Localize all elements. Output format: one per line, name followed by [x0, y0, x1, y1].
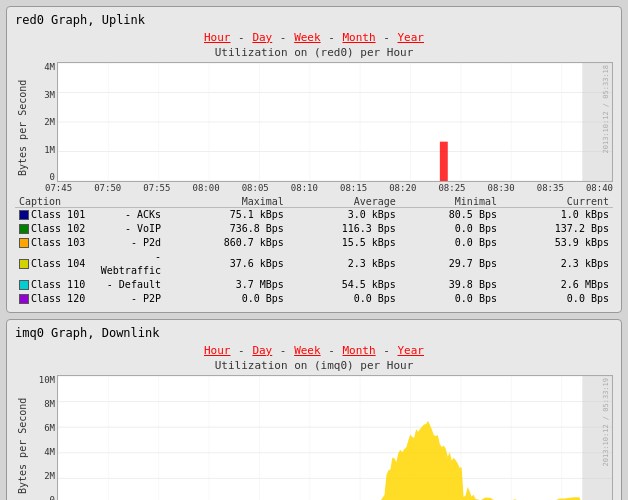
x-tick: 07:45: [45, 183, 72, 193]
y-tick-labels: 4M3M2M1M0: [29, 62, 57, 182]
svg-rect-38: [582, 376, 612, 500]
nav-link-month[interactable]: Month: [343, 31, 376, 44]
x-axis-labels: 07:4507:5007:5508:0008:0508:1008:1508:20…: [29, 183, 613, 193]
nav-link-day[interactable]: Day: [252, 31, 272, 44]
nav-separator: -: [273, 344, 293, 357]
legend-average: 116.3 Bps: [288, 222, 400, 236]
legend-row: Class 120- P2P0.0 Bps0.0 Bps0.0 Bps0.0 B…: [15, 292, 613, 306]
nav-separator: -: [322, 31, 342, 44]
x-tick: 07:50: [94, 183, 121, 193]
x-tick: 08:40: [586, 183, 613, 193]
graph-wrap: 4M3M2M1M02013:10:12 / 05:33:1807:4507:50…: [29, 62, 613, 193]
nav-link-day[interactable]: Day: [252, 344, 272, 357]
legend-current: 1.0 kBps: [501, 208, 613, 223]
legend-name: - ACKs: [95, 208, 165, 223]
legend-minimal: 0.0 Bps: [400, 222, 501, 236]
legend-caption: Class 101: [15, 208, 95, 223]
y-tick: 0: [29, 495, 55, 500]
legend-name: - Default: [95, 278, 165, 292]
legend-minimal: 0.0 Bps: [400, 236, 501, 250]
x-tick: 07:55: [143, 183, 170, 193]
legend-maximal: 3.7 MBps: [165, 278, 288, 292]
legend-color-box: [19, 210, 29, 220]
legend-maximal: 0.0 Bps: [165, 292, 288, 306]
x-tick: 08:30: [488, 183, 515, 193]
nav-links: Hour - Day - Week - Month - Year: [15, 31, 613, 44]
legend-name: - P2P: [95, 292, 165, 306]
legend-caption: Class 102: [15, 222, 95, 236]
legend-average: 0.0 Bps: [288, 292, 400, 306]
graph-subtitle: Utilization on (red0) per Hour: [15, 46, 613, 59]
x-tick: 08:10: [291, 183, 318, 193]
legend-maximal: 736.8 Bps: [165, 222, 288, 236]
legend-minimal: 39.8 Bps: [400, 278, 501, 292]
legend-row: Class 103- P2d860.7 kBps15.5 kBps0.0 Bps…: [15, 236, 613, 250]
legend-caption: Class 104: [15, 250, 95, 278]
y-tick: 0: [29, 172, 55, 182]
x-tick: 08:20: [389, 183, 416, 193]
nav-link-year[interactable]: Year: [398, 344, 425, 357]
legend-color-box: [19, 294, 29, 304]
legend-average: 3.0 kBps: [288, 208, 400, 223]
graph-wrap: 10M8M6M4M2M02013:10:12 / 05:33:1907:4507…: [29, 375, 613, 500]
y-tick: 4M: [29, 447, 55, 457]
panel-title: red0 Graph, Uplink: [15, 13, 613, 27]
nav-link-hour[interactable]: Hour: [204, 31, 231, 44]
y-tick: 3M: [29, 90, 55, 100]
legend-caption: Class 120: [15, 292, 95, 306]
y-tick: 10M: [29, 375, 55, 385]
nav-separator: -: [232, 31, 252, 44]
y-axis-label: Bytes per Second: [15, 62, 29, 193]
graph-subtitle: Utilization on (imq0) per Hour: [15, 359, 613, 372]
nav-links: Hour - Day - Week - Month - Year: [15, 344, 613, 357]
legend-header: Maximal: [165, 196, 288, 208]
y-tick: 4M: [29, 62, 55, 72]
legend-color-box: [19, 259, 29, 269]
y-axis-label: Bytes per Second: [15, 375, 29, 500]
nav-link-week[interactable]: Week: [294, 31, 321, 44]
legend-maximal: 37.6 kBps: [165, 250, 288, 278]
panel-title: imq0 Graph, Downlink: [15, 326, 613, 340]
y-tick: 1M: [29, 145, 55, 155]
legend-average: 54.5 kBps: [288, 278, 400, 292]
legend-row: Class 102- VoIP736.8 Bps116.3 Bps0.0 Bps…: [15, 222, 613, 236]
nav-separator: -: [377, 344, 397, 357]
nav-separator: -: [273, 31, 293, 44]
nav-separator: -: [322, 344, 342, 357]
legend-header: [95, 196, 165, 208]
x-tick: 08:00: [193, 183, 220, 193]
svg-rect-18: [582, 63, 612, 181]
legend-name: - Webtraffic: [95, 250, 165, 278]
legend-current: 53.9 kBps: [501, 236, 613, 250]
nav-link-month[interactable]: Month: [343, 344, 376, 357]
graph-canvas: 2013:10:12 / 05:33:19: [57, 375, 613, 500]
graph-inner: 4M3M2M1M02013:10:12 / 05:33:18: [29, 62, 613, 182]
nav-link-week[interactable]: Week: [294, 344, 321, 357]
nav-link-hour[interactable]: Hour: [204, 344, 231, 357]
panel-uplink: red0 Graph, UplinkHour - Day - Week - Mo…: [6, 6, 622, 313]
nav-link-year[interactable]: Year: [398, 31, 425, 44]
nav-separator: -: [232, 344, 252, 357]
legend-maximal: 860.7 kBps: [165, 236, 288, 250]
x-tick: 08:15: [340, 183, 367, 193]
y-tick: 6M: [29, 423, 55, 433]
nav-separator: -: [377, 31, 397, 44]
legend-header: Average: [288, 196, 400, 208]
legend-row: Class 104- Webtraffic37.6 kBps2.3 kBps29…: [15, 250, 613, 278]
legend-row: Class 101- ACKs75.1 kBps3.0 kBps80.5 Bps…: [15, 208, 613, 223]
legend-caption: Class 103: [15, 236, 95, 250]
legend-header: Minimal: [400, 196, 501, 208]
legend-color-box: [19, 280, 29, 290]
legend-row: Class 110- Default3.7 MBps54.5 kBps39.8 …: [15, 278, 613, 292]
y-tick: 2M: [29, 471, 55, 481]
legend-color-box: [19, 238, 29, 248]
y-tick-labels: 10M8M6M4M2M0: [29, 375, 57, 500]
graph-area: Bytes per Second10M8M6M4M2M02013:10:12 /…: [15, 375, 613, 500]
graph-area: Bytes per Second4M3M2M1M02013:10:12 / 05…: [15, 62, 613, 193]
x-tick: 08:35: [537, 183, 564, 193]
graph-svg: [58, 376, 612, 500]
y-tick: 8M: [29, 399, 55, 409]
legend-header: Current: [501, 196, 613, 208]
graph-inner: 10M8M6M4M2M02013:10:12 / 05:33:19: [29, 375, 613, 500]
legend-current: 2.3 kBps: [501, 250, 613, 278]
